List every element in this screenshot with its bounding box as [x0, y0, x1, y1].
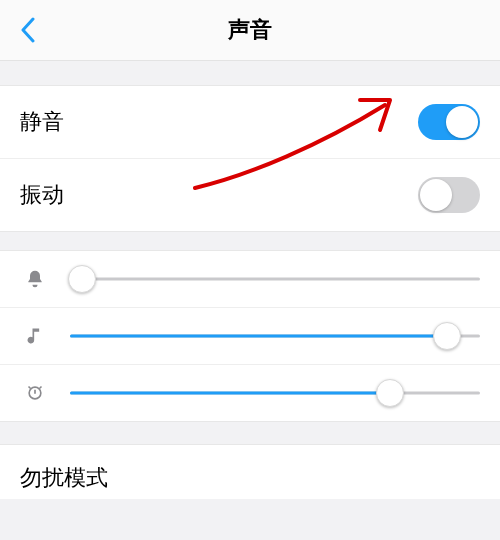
- alarm-icon: [20, 383, 50, 403]
- ringer-volume-slider[interactable]: [70, 267, 480, 291]
- ringer-volume-row: [0, 251, 500, 307]
- dnd-label: 勿扰模式: [20, 465, 108, 490]
- vibrate-row: 振动: [0, 158, 500, 231]
- media-volume-slider[interactable]: [70, 324, 480, 348]
- media-volume-row: [0, 307, 500, 364]
- music-icon: [20, 326, 50, 346]
- mute-row: 静音: [0, 86, 500, 158]
- page-title: 声音: [228, 15, 272, 45]
- mute-toggle[interactable]: [418, 104, 480, 140]
- vibrate-label: 振动: [20, 180, 64, 210]
- alarm-volume-slider[interactable]: [70, 381, 480, 405]
- toggle-knob: [446, 106, 478, 138]
- bell-icon: [20, 269, 50, 289]
- header-bar: 声音: [0, 0, 500, 61]
- volume-sliders-group: [0, 250, 500, 422]
- mute-label: 静音: [20, 107, 64, 137]
- toggle-knob: [420, 179, 452, 211]
- alarm-volume-row: [0, 364, 500, 421]
- vibrate-toggle[interactable]: [418, 177, 480, 213]
- dnd-row[interactable]: 勿扰模式: [0, 444, 500, 499]
- chevron-left-icon: [20, 17, 36, 43]
- sound-toggles-group: 静音 振动: [0, 85, 500, 232]
- back-button[interactable]: [8, 9, 48, 51]
